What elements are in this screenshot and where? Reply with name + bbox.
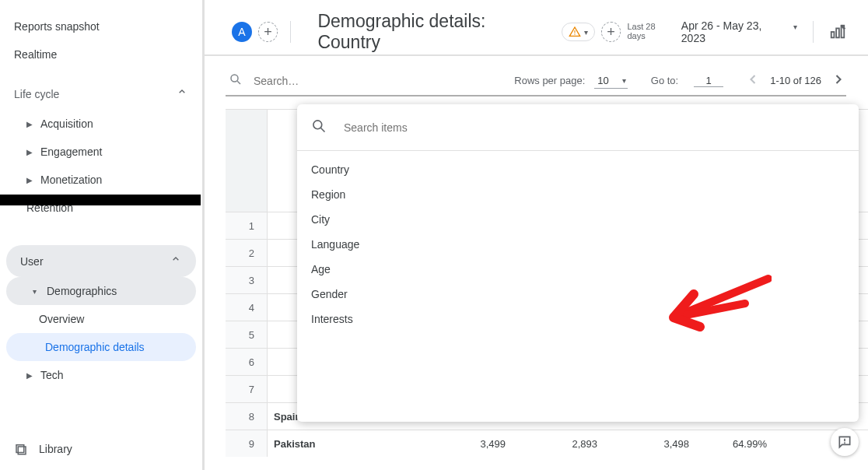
- sidebar-item-label: Monetization: [40, 174, 102, 186]
- avatar-letter: A: [238, 26, 245, 38]
- sidebar: Reports snapshot Realtime Life cycle ▶ A…: [0, 0, 202, 470]
- sidebar-item-label: Engagement: [40, 146, 102, 158]
- sidebar-item-label: Tech: [40, 369, 64, 381]
- library-icon: [14, 442, 28, 456]
- sidebar-item-label: Demographic details: [45, 341, 145, 353]
- caret-down-icon: ▾: [584, 28, 588, 37]
- sidebar-item-overview[interactable]: Overview: [0, 305, 202, 333]
- sidebar-item-label: Overview: [39, 313, 84, 325]
- caret-right-icon: ▶: [26, 148, 34, 156]
- main-content: A + Demographic details: Country ▾ + Las…: [202, 0, 868, 470]
- sidebar-item-demographic-details[interactable]: Demographic details: [6, 333, 196, 361]
- popover-search-input[interactable]: [344, 121, 577, 134]
- popover-list: Country Region City Language Age Gender …: [297, 151, 859, 338]
- page-title: Demographic details: Country: [317, 11, 550, 53]
- svg-point-7: [313, 121, 322, 129]
- row-number: 9: [226, 430, 268, 457]
- sidebar-section-label: User: [20, 255, 44, 268]
- svg-point-5: [231, 75, 238, 82]
- row-number: 4: [226, 294, 268, 321]
- date-range-value: Apr 26 - May 23, 2023: [681, 19, 787, 44]
- row-number: 7: [226, 376, 268, 402]
- svg-line-6: [237, 81, 240, 84]
- svg-line-8: [321, 128, 325, 132]
- sidebar-section-label: Life cycle: [14, 88, 59, 100]
- search-input[interactable]: [254, 75, 409, 87]
- search-icon: [311, 118, 327, 136]
- svg-rect-9: [844, 439, 845, 441]
- caret-right-icon: ▶: [26, 120, 34, 128]
- date-range-small: Last 28 days: [627, 22, 674, 40]
- table-toolbar: Rows per page: 10 ▾ Go to: 1 1-10 of 126: [226, 66, 846, 96]
- sidebar-item-reports-snapshot[interactable]: Reports snapshot: [0, 12, 202, 40]
- row-number: 3: [226, 267, 268, 293]
- sidebar-item-label: Acquisition: [40, 118, 93, 130]
- chevron-up-icon: [176, 86, 188, 102]
- next-page-button[interactable]: [831, 72, 846, 90]
- caret-down-icon: ▾: [33, 287, 40, 296]
- divider: [290, 21, 291, 43]
- sidebar-item-acquisition[interactable]: ▶ Acquisition: [0, 110, 202, 138]
- sidebar-item-demographics[interactable]: ▾ Demographics: [6, 277, 196, 305]
- svg-rect-10: [844, 442, 845, 444]
- vertical-divider: [202, 0, 205, 470]
- row-number: 5: [226, 321, 268, 348]
- cell-metric: 3,499: [422, 438, 513, 450]
- svg-point-0: [574, 33, 575, 34]
- dimension-picker-popover: Country Region City Language Age Gender …: [297, 104, 859, 422]
- row-number: 8: [226, 403, 268, 430]
- table-row[interactable]: 9 Pakistan 3,499 2,893 3,498 64.99%: [226, 430, 868, 457]
- rows-per-page-select[interactable]: 10 ▾: [594, 73, 627, 89]
- sidebar-item-library[interactable]: Library: [14, 442, 72, 456]
- redaction-bar: [0, 195, 201, 205]
- svg-rect-2: [831, 32, 835, 37]
- cell-country: Pakistan: [268, 438, 422, 450]
- popover-item-country[interactable]: Country: [297, 157, 859, 182]
- warning-icon: [569, 26, 581, 38]
- sidebar-item-tech[interactable]: ▶ Tech: [0, 361, 202, 389]
- sidebar-section-lifecycle[interactable]: Life cycle: [0, 78, 202, 110]
- sidebar-item-label: Demographics: [47, 285, 117, 297]
- horizontal-divider: [202, 54, 868, 56]
- sidebar-section-user[interactable]: User: [6, 245, 196, 277]
- sidebar-item-realtime[interactable]: Realtime: [0, 40, 202, 68]
- date-range-picker[interactable]: Last 28 days Apr 26 - May 23, 2023 ▾: [627, 19, 797, 44]
- pagination-range: 1-10 of 126: [770, 75, 821, 86]
- rows-per-page-label: Rows per page:: [514, 75, 585, 86]
- prev-page-button[interactable]: [745, 72, 761, 90]
- popover-item-gender[interactable]: Gender: [297, 282, 859, 307]
- sidebar-item-monetization[interactable]: ▶ Monetization: [0, 166, 202, 194]
- row-number: 2: [226, 240, 268, 266]
- feedback-button[interactable]: [831, 428, 859, 456]
- divider: [813, 21, 814, 43]
- cell-percent: 64.99%: [697, 438, 775, 450]
- cell-metric: 2,893: [513, 438, 605, 450]
- sidebar-item-label: Library: [39, 443, 72, 455]
- row-number: 1: [226, 212, 268, 239]
- rows-per-page-value: 10: [597, 75, 608, 86]
- caret-down-icon: ▾: [622, 76, 626, 85]
- popover-item-language[interactable]: Language: [297, 232, 859, 257]
- search-icon: [229, 72, 243, 89]
- svg-rect-3: [836, 28, 839, 37]
- caret-right-icon: ▶: [26, 371, 34, 380]
- edit-comparisons-icon[interactable]: [829, 23, 846, 40]
- svg-rect-1: [574, 30, 575, 33]
- sidebar-item-label: Reports snapshot: [14, 20, 100, 33]
- goto-label: Go to:: [651, 75, 678, 86]
- data-quality-badge[interactable]: ▾: [562, 23, 595, 41]
- row-number: 6: [226, 349, 268, 375]
- caret-down-icon: ▾: [793, 23, 797, 31]
- add-comparison-button[interactable]: +: [258, 22, 278, 42]
- popover-item-region[interactable]: Region: [297, 182, 859, 207]
- sidebar-item-engagement[interactable]: ▶ Engagement: [0, 138, 202, 166]
- sidebar-item-label: Realtime: [14, 48, 57, 61]
- avatar[interactable]: A: [232, 22, 252, 42]
- goto-input[interactable]: 1: [694, 75, 723, 87]
- popover-item-city[interactable]: City: [297, 207, 859, 232]
- popover-item-interests[interactable]: Interests: [297, 307, 859, 331]
- cell-metric: 3,498: [605, 438, 697, 450]
- chevron-up-icon: [170, 253, 182, 269]
- popover-item-age[interactable]: Age: [297, 257, 859, 282]
- add-button[interactable]: +: [601, 22, 621, 42]
